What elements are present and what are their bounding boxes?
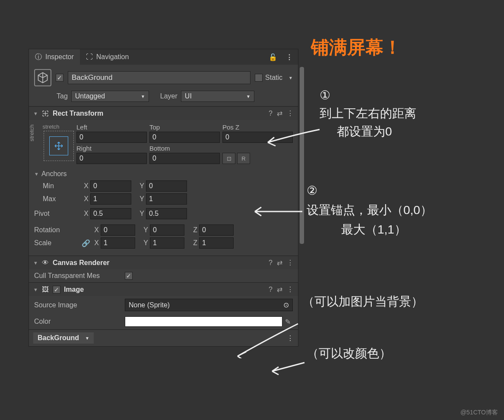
- tab-label: Inspector: [45, 53, 74, 61]
- tag-dropdown[interactable]: Untagged ▼: [71, 91, 149, 102]
- right-label: Right: [76, 145, 147, 152]
- footer-menu-icon[interactable]: ⋮: [287, 334, 294, 342]
- eye-icon: 👁: [41, 259, 49, 267]
- annotation-text: 到上下左右的距离: [320, 104, 416, 123]
- chevron-down-icon: ▼: [85, 336, 89, 341]
- blueprint-button[interactable]: ⊡: [222, 153, 235, 164]
- scale-x-input[interactable]: [101, 237, 135, 249]
- scrollbar[interactable]: [300, 67, 304, 395]
- foldout-icon[interactable]: ▼: [33, 111, 38, 116]
- tag-layer-row: Tag Untagged ▼ Layer UI ▼: [29, 89, 298, 106]
- canvas-renderer-component: ▼ 👁 Canvas Renderer ? ⇄ ⋮ Cull Transpare…: [29, 256, 298, 282]
- pivot-y-input[interactable]: [146, 208, 187, 219]
- lock-icon[interactable]: 🔓: [265, 53, 281, 61]
- help-icon[interactable]: ?: [269, 110, 273, 117]
- active-checkbox[interactable]: [56, 74, 63, 82]
- component-menu-icon[interactable]: ⋮: [287, 285, 294, 294]
- object-picker-icon[interactable]: ⊙: [283, 301, 289, 309]
- annotation-title: 铺满屏幕！: [311, 35, 402, 60]
- anchor-preset-button[interactable]: stretch stretch: [34, 123, 68, 166]
- color-field[interactable]: [125, 316, 282, 327]
- pivot-x-input[interactable]: [90, 208, 131, 219]
- cube-icon: [37, 72, 49, 84]
- tag-value: Untagged: [75, 92, 105, 100]
- axis-z: Z: [190, 226, 199, 234]
- cull-label: Cull Transparent Mes: [34, 272, 125, 280]
- left-label: Left: [76, 123, 147, 131]
- top-input[interactable]: [149, 132, 220, 143]
- scrollbar-thumb[interactable]: [300, 67, 304, 244]
- tab-label: Navigation: [96, 53, 129, 61]
- rot-z-input[interactable]: [199, 224, 234, 236]
- anchor-min-x-input[interactable]: [90, 180, 131, 192]
- chevron-down-icon: ▼: [141, 94, 145, 99]
- rot-x-input[interactable]: [101, 224, 135, 236]
- gameobject-header: Static ▼: [29, 65, 298, 89]
- bottom-input[interactable]: [149, 153, 220, 164]
- panel-menu-icon[interactable]: ⋮: [281, 53, 298, 61]
- foldout-icon[interactable]: ▼: [33, 287, 38, 292]
- footer-dropdown[interactable]: BackGround ▼: [33, 332, 94, 344]
- rot-y-input[interactable]: [150, 224, 184, 236]
- eyedropper-icon[interactable]: ✎: [282, 318, 293, 326]
- component-menu-icon[interactable]: ⋮: [287, 259, 294, 267]
- annotation-text: 都设置为0: [337, 123, 416, 141]
- preset-icon[interactable]: ⇄: [277, 109, 282, 117]
- image-component: ▼ 🖼 Image ? ⇄ ⋮ Source Image None (Sprit…: [29, 282, 298, 329]
- component-header[interactable]: ▼ 🖼 Image ? ⇄ ⋮: [29, 283, 298, 296]
- preset-icon[interactable]: ⇄: [277, 259, 282, 267]
- component-header[interactable]: ▼ 👁 Canvas Renderer ? ⇄ ⋮: [29, 256, 298, 269]
- foldout-icon[interactable]: ▼: [33, 260, 38, 265]
- annotation-4: （可以改颜色）: [307, 345, 391, 362]
- gameobject-name-input[interactable]: [68, 71, 250, 84]
- scale-y-input[interactable]: [150, 237, 184, 249]
- bottom-label: Bottom: [149, 145, 220, 152]
- link-icon[interactable]: 🔗: [82, 239, 92, 247]
- image-enabled-checkbox[interactable]: [53, 286, 60, 294]
- footer: BackGround ▼ ⋮: [29, 329, 298, 346]
- rect-transform-component: ▼ Rect Transform ? ⇄ ⋮ stretch stretch: [29, 106, 298, 256]
- component-menu-icon[interactable]: ⋮: [287, 109, 294, 117]
- component-header[interactable]: ▼ Rect Transform ? ⇄ ⋮: [29, 107, 298, 120]
- posz-input[interactable]: [222, 132, 293, 143]
- tab-bar: ⓘ Inspector ⛶ Navigation 🔓 ⋮: [29, 49, 298, 65]
- chevron-down-icon: ▼: [246, 94, 250, 99]
- gameobject-icon[interactable]: [34, 69, 51, 86]
- preset-icon[interactable]: ⇄: [277, 285, 282, 294]
- color-label: Color: [34, 318, 125, 325]
- axis-y: Y: [141, 226, 150, 234]
- pivot-label: Pivot: [34, 210, 82, 218]
- static-dropdown-icon[interactable]: ▼: [288, 76, 293, 80]
- layer-dropdown[interactable]: UI ▼: [181, 91, 254, 102]
- rotation-label: Rotation: [34, 226, 82, 234]
- static-label: Static: [265, 74, 282, 82]
- top-label: Top: [149, 123, 220, 131]
- source-image-label: Source Image: [34, 301, 125, 309]
- anchors-label: Anchors: [41, 170, 67, 178]
- axis-x: X: [82, 210, 90, 218]
- anchor-min-y-input[interactable]: [146, 180, 187, 192]
- tag-label: Tag: [57, 92, 68, 100]
- help-icon[interactable]: ?: [269, 259, 273, 267]
- anchor-max-y-input[interactable]: [146, 193, 187, 205]
- annotation-text: 设置锚点，最小（0,0）: [307, 201, 432, 220]
- tab-navigation[interactable]: ⛶ Navigation: [80, 50, 135, 64]
- layer-label: Layer: [160, 92, 178, 100]
- right-input[interactable]: [76, 153, 147, 164]
- help-icon[interactable]: ?: [269, 286, 273, 294]
- anchor-max-x-input[interactable]: [90, 193, 131, 205]
- static-checkbox[interactable]: [255, 74, 263, 82]
- raw-button[interactable]: R: [237, 153, 250, 164]
- tab-inspector[interactable]: ⓘ Inspector: [29, 49, 80, 65]
- component-title: Canvas Renderer: [53, 259, 265, 267]
- annotation-2: ② 设置锚点，最小（0,0） 最大（1,1）: [307, 181, 432, 239]
- component-title: Rect Transform: [53, 110, 265, 117]
- source-image-field[interactable]: None (Sprite) ⊙: [125, 299, 293, 311]
- left-input[interactable]: [76, 132, 147, 143]
- scale-z-input[interactable]: [199, 237, 234, 249]
- axis-y: Y: [137, 195, 146, 203]
- annotation-1: ① 到上下左右的距离 都设置为0: [320, 86, 416, 141]
- cull-checkbox[interactable]: [125, 272, 133, 280]
- anchors-foldout[interactable]: ▼ Anchors: [34, 170, 293, 178]
- info-icon: ⓘ: [35, 53, 42, 62]
